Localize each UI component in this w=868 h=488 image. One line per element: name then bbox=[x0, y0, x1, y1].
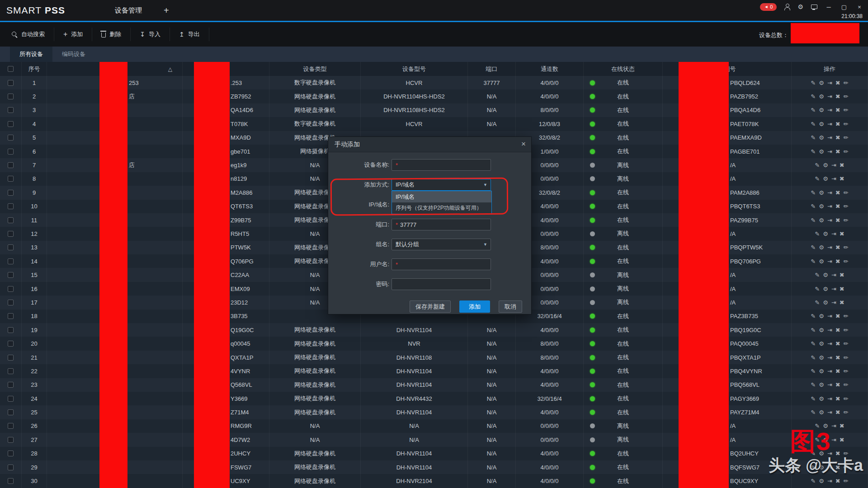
row-checkbox[interactable] bbox=[8, 203, 14, 209]
edit-icon[interactable]: ✎ bbox=[811, 189, 816, 196]
edit-icon[interactable]: ✎ bbox=[815, 230, 820, 237]
delete-icon[interactable]: ✖ bbox=[835, 121, 840, 127]
delete-icon[interactable]: ✖ bbox=[835, 409, 840, 416]
table-row[interactable]: 19Q19G0C网络硬盘录像机DH-NVR1104N/A4/0/0/0在线PBQ… bbox=[0, 323, 868, 337]
modify-icon[interactable]: ✏ bbox=[844, 107, 849, 113]
row-checkbox[interactable] bbox=[8, 300, 14, 305]
edit-icon[interactable]: ✎ bbox=[811, 395, 816, 402]
modify-icon[interactable]: ✏ bbox=[844, 478, 849, 484]
delete-icon[interactable]: ✖ bbox=[840, 175, 844, 182]
edit-icon[interactable]: ✎ bbox=[815, 286, 820, 292]
edit-icon[interactable]: ✎ bbox=[811, 340, 816, 347]
device-name-input[interactable]: * bbox=[392, 159, 491, 171]
row-checkbox[interactable] bbox=[8, 80, 14, 86]
row-checkbox[interactable] bbox=[8, 244, 14, 250]
edit-icon[interactable]: ✎ bbox=[811, 478, 816, 484]
delete-icon[interactable]: ✖ bbox=[835, 395, 840, 402]
maximize-button[interactable]: ▢ bbox=[840, 4, 848, 10]
modify-icon[interactable]: ✏ bbox=[844, 217, 849, 224]
header-type[interactable]: 设备类型 bbox=[269, 62, 361, 76]
delete-icon[interactable]: ✖ bbox=[835, 134, 840, 141]
table-row[interactable]: 26RMG9RN/AN/AN/A0/0/0/0离线/A✎⚙⇥✖ bbox=[0, 419, 868, 433]
settings-icon[interactable]: ⚙ bbox=[823, 299, 828, 306]
logout-icon[interactable]: ⇥ bbox=[827, 121, 832, 127]
logout-icon[interactable]: ⇥ bbox=[827, 217, 832, 224]
settings-icon[interactable]: ⚙ bbox=[819, 354, 824, 361]
edit-icon[interactable]: ✎ bbox=[811, 258, 816, 265]
table-row[interactable]: 2店ZB7952网络硬盘录像机DH-NVR1104HS-HDS2N/A4/0/0… bbox=[0, 89, 868, 103]
select-all-checkbox[interactable] bbox=[8, 66, 14, 72]
settings-icon[interactable]: ⚙ bbox=[819, 340, 824, 347]
auto-search-button[interactable]: 自动搜索 bbox=[3, 28, 54, 41]
logout-icon[interactable]: ⇥ bbox=[827, 203, 832, 210]
delete-icon[interactable]: ✖ bbox=[835, 80, 840, 86]
delete-device-button[interactable]: 删除 bbox=[92, 28, 131, 41]
add-device-button[interactable]: + 添加 bbox=[54, 28, 92, 41]
table-row[interactable]: 20q00045网络硬盘录像机NVRN/A8/0/0/0在线PAQ00045✎⚙… bbox=[0, 337, 868, 350]
minimize-button[interactable]: ─ bbox=[825, 4, 833, 10]
table-row[interactable]: 21QXTA1P网络硬盘录像机DH-NVR1108N/A8/0/0/0在线PBQ… bbox=[0, 351, 868, 364]
logout-icon[interactable]: ⇥ bbox=[831, 436, 836, 443]
edit-icon[interactable]: ✎ bbox=[811, 381, 816, 388]
edit-icon[interactable]: ✎ bbox=[811, 80, 816, 86]
settings-icon[interactable]: ⚙ bbox=[823, 175, 828, 182]
row-checkbox[interactable] bbox=[8, 217, 14, 223]
delete-icon[interactable]: ✖ bbox=[840, 286, 844, 292]
delete-icon[interactable]: ✖ bbox=[835, 354, 840, 361]
modify-icon[interactable]: ✏ bbox=[844, 395, 849, 402]
modify-icon[interactable]: ✏ bbox=[844, 203, 849, 210]
logout-icon[interactable]: ⇥ bbox=[827, 368, 832, 375]
delete-icon[interactable]: ✖ bbox=[835, 93, 840, 100]
logout-icon[interactable]: ⇥ bbox=[827, 354, 832, 361]
settings-icon[interactable]: ⚙ bbox=[823, 286, 828, 292]
table-row[interactable]: 274D7W2N/AN/AN/A0/0/0/0离线/A✎⚙⇥✖ bbox=[0, 433, 868, 446]
settings-icon[interactable]: ⚙ bbox=[823, 162, 828, 169]
delete-icon[interactable]: ✖ bbox=[835, 313, 840, 319]
new-tab-button[interactable]: + bbox=[164, 5, 169, 16]
modify-icon[interactable]: ✏ bbox=[844, 381, 849, 388]
edit-icon[interactable]: ✎ bbox=[811, 107, 816, 113]
delete-icon[interactable]: ✖ bbox=[840, 230, 844, 237]
table-row[interactable]: 4T078K数字硬盘录像机HCVRN/A12/0/8/3在线PAET078K✎⚙… bbox=[0, 117, 868, 131]
logout-icon[interactable]: ⇥ bbox=[827, 189, 832, 196]
delete-icon[interactable]: ✖ bbox=[840, 422, 844, 429]
row-checkbox[interactable] bbox=[8, 313, 14, 319]
logout-icon[interactable]: ⇥ bbox=[827, 381, 832, 388]
network-icon[interactable] bbox=[811, 4, 817, 10]
edit-icon[interactable]: ✎ bbox=[811, 313, 816, 319]
settings-icon[interactable]: ⚙ bbox=[819, 217, 824, 224]
delete-icon[interactable]: ✖ bbox=[835, 258, 840, 265]
table-row[interactable]: 23Q568VL网络硬盘录像机DH-NVR1104N/A4/0/0/0在线PBQ… bbox=[0, 378, 868, 392]
row-checkbox[interactable] bbox=[8, 382, 14, 388]
logout-icon[interactable]: ⇥ bbox=[827, 395, 832, 402]
header-port[interactable]: 端口 bbox=[468, 62, 516, 76]
username-input[interactable]: * bbox=[392, 258, 491, 270]
edit-icon[interactable]: ✎ bbox=[811, 134, 816, 141]
table-row[interactable]: 24Y3669网络硬盘录像机DH-NVR4432N/A32/0/16/4在线PA… bbox=[0, 392, 868, 405]
edit-icon[interactable]: ✎ bbox=[811, 409, 816, 416]
logout-icon[interactable]: ⇥ bbox=[827, 258, 832, 265]
table-row[interactable]: 25Z71M4网络硬盘录像机DH-NVR1104N/A4/0/0/0在线PAYZ… bbox=[0, 405, 868, 419]
row-checkbox[interactable] bbox=[8, 327, 14, 333]
modify-icon[interactable]: ✏ bbox=[844, 409, 849, 416]
settings-icon[interactable]: ⚙ bbox=[819, 409, 824, 416]
table-row[interactable]: 1253.253数字硬盘录像机HCVR377774/0/0/0在线PBQLD62… bbox=[0, 76, 868, 89]
settings-icon[interactable]: ⚙ bbox=[819, 478, 824, 484]
dialog-cancel-button[interactable]: 取消 bbox=[499, 300, 522, 313]
tab-encode-devices[interactable]: 编码设备 bbox=[52, 47, 95, 62]
logout-icon[interactable]: ⇥ bbox=[827, 93, 832, 100]
edit-icon[interactable]: ✎ bbox=[811, 203, 816, 210]
logout-icon[interactable]: ⇥ bbox=[827, 340, 832, 347]
row-checkbox[interactable] bbox=[8, 341, 14, 347]
logout-icon[interactable]: ⇥ bbox=[827, 148, 832, 155]
delete-icon[interactable]: ✖ bbox=[835, 217, 840, 224]
row-checkbox[interactable] bbox=[8, 355, 14, 361]
edit-icon[interactable]: ✎ bbox=[815, 272, 820, 278]
logout-icon[interactable]: ⇥ bbox=[827, 478, 832, 484]
settings-icon[interactable]: ⚙ bbox=[819, 313, 824, 319]
logout-icon[interactable]: ⇥ bbox=[831, 230, 836, 237]
edit-icon[interactable]: ✎ bbox=[815, 175, 820, 182]
row-checkbox[interactable] bbox=[8, 149, 14, 155]
settings-icon[interactable]: ⚙ bbox=[819, 134, 824, 141]
row-checkbox[interactable] bbox=[8, 396, 14, 402]
